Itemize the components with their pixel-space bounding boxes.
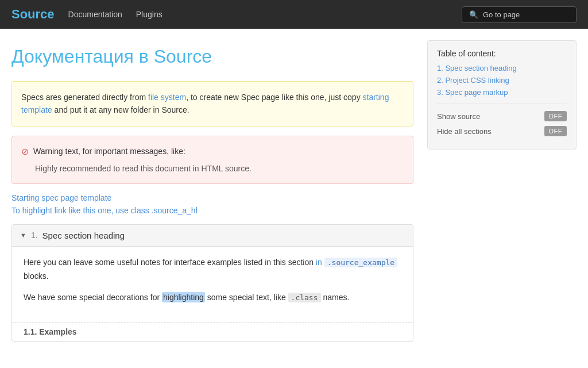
main-container: Документация в Source Specs ares generat… bbox=[0, 29, 588, 353]
section-title: Spec section heading bbox=[42, 231, 125, 240]
toc-box: Table of content: 1. Spec section headin… bbox=[427, 40, 577, 150]
hide-sections-control: Hide all sections OFF bbox=[437, 126, 567, 136]
search-placeholder: Go to page bbox=[483, 10, 520, 19]
spec-section-body: Here you can leave some useful notes for… bbox=[12, 247, 413, 322]
show-source-label: Show source bbox=[437, 112, 480, 121]
page-title: Документация в Source bbox=[11, 40, 413, 67]
toc-title: Table of content: bbox=[437, 49, 567, 58]
spec-para-1: Here you can leave some useful notes for… bbox=[24, 256, 401, 283]
file-system-link[interactable]: file system bbox=[148, 93, 186, 102]
sidebar: Table of content: 1. Spec section headin… bbox=[427, 40, 577, 342]
navbar: Source Documentation Plugins 🔍 Go to pag… bbox=[0, 0, 588, 29]
spec-section-1: ▼ 1. Spec section heading Here you can l… bbox=[11, 224, 413, 342]
toc-divider bbox=[437, 103, 567, 104]
info-box: Specs ares generated directly from file … bbox=[11, 81, 413, 126]
nav-plugins[interactable]: Plugins bbox=[136, 10, 163, 19]
info-text-start: Specs ares generated directly from bbox=[21, 93, 148, 102]
highlight-text: highlighting bbox=[162, 292, 205, 302]
section-toggle-icon[interactable]: ▼ bbox=[20, 232, 26, 239]
toc-item-3[interactable]: 3. Spec page markup bbox=[437, 88, 567, 97]
warning-box: ⊘ Warning text, for important messages, … bbox=[11, 136, 413, 184]
search-icon: 🔍 bbox=[469, 10, 478, 19]
hide-sections-toggle[interactable]: OFF bbox=[544, 126, 567, 136]
spec-para-2: We have some special decorations for hig… bbox=[24, 291, 401, 305]
section-links: Starting spec page template To highlight… bbox=[11, 193, 413, 215]
source-example-code: .source_example bbox=[324, 258, 397, 267]
content-area: Документация в Source Specs ares generat… bbox=[11, 40, 413, 342]
warning-header: ⊘ Warning text, for important messages, … bbox=[21, 144, 404, 159]
hide-sections-label: Hide all sections bbox=[437, 127, 492, 136]
starting-template-section-link[interactable]: Starting spec page template bbox=[11, 193, 413, 202]
sub-section-title: 1.1. Examples bbox=[24, 327, 77, 336]
show-source-toggle[interactable]: OFF bbox=[544, 111, 567, 121]
brand-logo[interactable]: Source bbox=[11, 7, 55, 22]
show-source-control: Show source OFF bbox=[437, 111, 567, 121]
class-code: .class bbox=[288, 293, 321, 302]
search-box[interactable]: 🔍 Go to page bbox=[462, 6, 577, 23]
sub-section-header: 1.1. Examples bbox=[12, 322, 413, 341]
warning-body: Highly recommended to read this document… bbox=[35, 162, 404, 175]
info-text-mid: , to create new Spec page like this one,… bbox=[186, 93, 362, 102]
spec-section-header[interactable]: ▼ 1. Spec section heading bbox=[12, 225, 413, 247]
toc-item-2[interactable]: 2. Project CSS linking bbox=[437, 76, 567, 85]
section-number: 1. bbox=[31, 231, 38, 240]
warning-body-text: Highly recommended to read this document… bbox=[35, 164, 252, 173]
toc-item-1[interactable]: 1. Spec section heading bbox=[437, 64, 567, 72]
source-example-link[interactable]: in bbox=[316, 258, 322, 267]
warning-header-text: Warning text, for important messages, li… bbox=[33, 145, 185, 158]
nav-documentation[interactable]: Documentation bbox=[68, 10, 122, 19]
highlight-link[interactable]: To highlight link like this one, use cla… bbox=[11, 206, 413, 215]
warning-icon: ⊘ bbox=[21, 144, 29, 159]
info-text-end: and put it at any new folder in Source. bbox=[52, 105, 189, 114]
